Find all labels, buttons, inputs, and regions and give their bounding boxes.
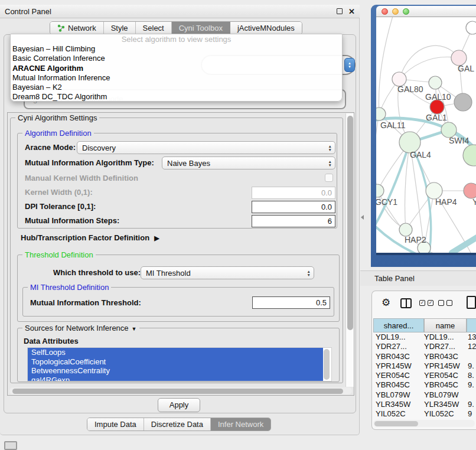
network-edge-highlighted[interactable]: [452, 233, 476, 253]
dropdown-item[interactable]: Bayesian – Hill Climbing: [11, 44, 342, 54]
attribute-item[interactable]: TopologicalCoefficient: [28, 357, 323, 367]
control-panel-title: Control Panel: [5, 7, 337, 16]
network-node[interactable]: [454, 93, 472, 111]
dpi-tolerance-field[interactable]: 0.0: [252, 201, 335, 213]
sources-collapser[interactable]: Sources for Network Inference: [22, 324, 139, 332]
panel-splitter-arrow[interactable]: [361, 215, 364, 220]
mi-threshold-field[interactable]: 0.5: [252, 296, 330, 309]
close-window-icon[interactable]: [382, 8, 388, 15]
node-label: HAP2: [405, 235, 426, 244]
settings-vertical-scrollbar[interactable]: [345, 113, 354, 387]
network-node-gal11[interactable]: [376, 107, 386, 120]
table-rows: YDL19...YDL19...13YDR27...YDR27...12YBR0…: [372, 332, 476, 418]
table-row[interactable]: YBR045CYBR045C9.: [372, 380, 476, 390]
table-cell: YDR27...: [376, 342, 407, 351]
tab-impute-data[interactable]: Impute Data: [87, 418, 144, 431]
data-attributes-list[interactable]: SelfLoopsTopologicalCoefficientBetweenne…: [27, 347, 332, 381]
aracne-mode-select[interactable]: Discovery: [77, 141, 335, 154]
network-canvas[interactable]: GALGAL80GAL10GAL1GAL11SWI4GAL4GCY1HAP4YH…: [376, 17, 476, 253]
mini-corner-button[interactable]: [4, 441, 17, 450]
network-edge[interactable]: [399, 45, 459, 79]
zoom-window-icon[interactable]: [403, 8, 409, 15]
deselect-all-icon[interactable]: [438, 300, 444, 306]
split-view-icon[interactable]: [400, 298, 412, 308]
float-window-icon[interactable]: [337, 8, 343, 14]
network-node-gal10[interactable]: [429, 76, 442, 89]
gear-icon[interactable]: ⚙: [382, 296, 390, 309]
attribute-item[interactable]: SelfLoops: [28, 348, 323, 357]
network-node[interactable]: [463, 145, 476, 166]
network-edge[interactable]: [399, 57, 459, 80]
table-row[interactable]: YBR043CYBR043C: [372, 352, 476, 361]
table-row[interactable]: YDL19...YDL19...13: [372, 332, 476, 342]
tab-label: Select: [143, 22, 164, 34]
aracne-mode-label: Aracne Mode:: [25, 143, 76, 152]
network-node-gal1[interactable]: [430, 100, 444, 114]
column-header-name[interactable]: name: [424, 318, 467, 332]
table-cell: YBR045C: [376, 380, 410, 390]
node-label: SWI4: [449, 136, 469, 145]
dropdown-placeholder: Select algorithm to view settings: [11, 34, 342, 44]
table-row[interactable]: YDR27...YDR27...12: [372, 342, 476, 351]
threshold-definition-group: Threshold Definition Which threshold to …: [17, 255, 340, 322]
tab-network[interactable]: Network: [50, 22, 104, 34]
mi-type-select[interactable]: Naive Bayes: [162, 156, 335, 169]
apply-button[interactable]: Apply: [158, 398, 200, 412]
tab-discretize-data[interactable]: Discretize Data: [144, 418, 211, 431]
close-panel-icon[interactable]: ✕: [348, 7, 355, 16]
tab-cyni-toolbox[interactable]: Cyni Toolbox: [172, 22, 230, 34]
node-label: Y: [472, 197, 476, 207]
group-title: MI Threshold Definition: [28, 283, 111, 292]
aracne-mode-value: Discovery: [82, 144, 116, 152]
column-header-shared[interactable]: shared...: [373, 318, 424, 332]
tab-label: Network: [68, 22, 96, 34]
table-row[interactable]: YBL079WYBL079W: [372, 390, 476, 400]
settings-horizontal-scrollbar[interactable]: [9, 387, 352, 394]
table-row[interactable]: YLR345WYLR345W9.: [372, 400, 476, 409]
select-all-icon[interactable]: [419, 300, 425, 306]
mi-threshold-group: MI Threshold Definition Mutual Informati…: [22, 287, 334, 317]
network-node-gcy1[interactable]: [376, 184, 384, 197]
network-node-hap4[interactable]: [426, 182, 442, 199]
table-row[interactable]: YER054CYER054C8.: [372, 371, 476, 380]
select-all-icon[interactable]: [428, 300, 433, 306]
document-icon[interactable]: [467, 296, 476, 309]
manual-kernel-checkbox[interactable]: [325, 174, 333, 182]
which-threshold-label: Which threshold to use:: [53, 268, 141, 277]
tab-jactivemnodules[interactable]: jActiveMNodules: [230, 22, 302, 34]
dropdown-item[interactable]: Mutual Information Inference: [11, 73, 342, 83]
minimize-window-icon[interactable]: [392, 8, 399, 15]
control-panel-titlebar: Control Panel ✕: [0, 5, 360, 18]
table-row[interactable]: YIL052CYIL052C9: [372, 409, 476, 418]
kernel-width-field[interactable]: 0.0: [252, 187, 335, 199]
network-edge[interactable]: [376, 114, 379, 191]
dropdown-item[interactable]: Dream8 DC_TDC Algorithm: [11, 92, 342, 102]
network-node-hap2[interactable]: [399, 223, 412, 236]
frame-shadow: [376, 253, 476, 255]
combo-stepper-icon[interactable]: ▲▼: [344, 58, 355, 72]
table-cell: YIL052C: [376, 409, 406, 418]
network-edge[interactable]: [379, 17, 394, 114]
attr-list-scrollbar[interactable]: [324, 349, 330, 381]
dropdown-item[interactable]: Bayesian – K2: [11, 83, 342, 92]
dropdown-item[interactable]: Basic Correlation Inference: [11, 54, 342, 63]
table-cell: YPR145W: [376, 361, 412, 371]
tab-label: Cyni Toolbox: [179, 22, 223, 34]
attribute-item[interactable]: gal4RGexp: [28, 376, 323, 382]
network-node-y[interactable]: [464, 183, 476, 198]
which-threshold-select[interactable]: MI Threshold: [141, 266, 314, 279]
kernel-width-label: Kernel Width (0,1):: [25, 188, 93, 197]
table-row[interactable]: YPR145WYPR145W9.: [372, 361, 476, 371]
deselect-all-icon[interactable]: [446, 300, 452, 306]
attribute-item[interactable]: BetweennessCentrality: [28, 366, 323, 376]
column-header-partial[interactable]: [467, 318, 476, 332]
tab-select[interactable]: Select: [136, 22, 172, 34]
tab-infer-network[interactable]: Infer Network: [211, 418, 270, 431]
tab-label: Impute Data: [94, 418, 136, 431]
table-horizontal-scrollbar[interactable]: [373, 420, 475, 427]
tab-style[interactable]: Style: [104, 22, 136, 34]
hub-definition-expander[interactable]: Hub/Transcription Factor Definition: [21, 233, 159, 242]
mi-steps-field[interactable]: 6: [252, 215, 335, 227]
dropdown-item[interactable]: ARACNE Algorithm: [11, 64, 342, 73]
network-node[interactable]: [466, 21, 476, 34]
